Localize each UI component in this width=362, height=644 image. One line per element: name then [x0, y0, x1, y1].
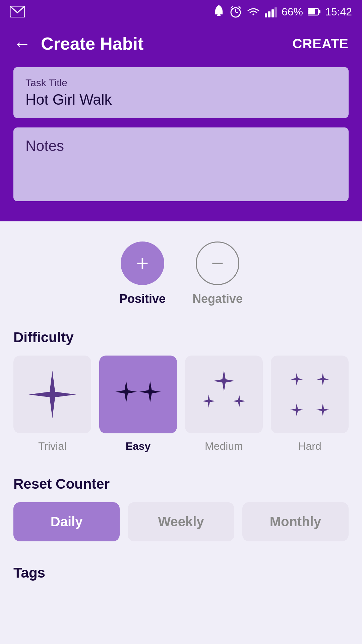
type-selection: + Positive − Negative	[13, 241, 349, 306]
hard-label: Hard	[298, 440, 321, 452]
wifi-icon	[247, 6, 260, 17]
trivial-label: Trivial	[38, 440, 66, 452]
positive-label: Positive	[119, 292, 166, 306]
medium-label: Medium	[205, 440, 243, 452]
difficulty-medium[interactable]: Medium	[185, 356, 263, 452]
reset-monthly[interactable]: Monthly	[242, 502, 349, 541]
trivial-icon	[25, 367, 79, 422]
page-title: Create Habit	[41, 34, 143, 54]
status-icons: 66% 15:42	[213, 5, 352, 18]
positive-icon-circle: +	[121, 241, 164, 285]
difficulty-trivial[interactable]: Trivial	[13, 356, 91, 452]
svg-rect-7	[265, 13, 267, 17]
back-button[interactable]: ←	[13, 34, 31, 54]
header: ← Create Habit CREATE	[0, 23, 362, 67]
content-section: + Positive − Negative Difficulty Trivial	[0, 221, 362, 614]
reset-options: Daily Weekly Monthly	[13, 502, 349, 541]
svg-rect-12	[308, 9, 315, 14]
notification-icon	[213, 5, 225, 18]
difficulty-easy[interactable]: Easy	[99, 356, 177, 452]
svg-line-6	[239, 6, 241, 8]
positive-icon: +	[136, 251, 148, 276]
task-title-label: Task Title	[25, 77, 337, 89]
negative-label: Negative	[192, 292, 243, 306]
svg-rect-8	[268, 11, 270, 17]
svg-rect-10	[275, 7, 277, 17]
battery-percent: 66%	[282, 6, 303, 18]
header-left: ← Create Habit	[13, 34, 143, 54]
status-bar: 66% 15:42	[0, 0, 362, 23]
medium-icon	[197, 367, 251, 422]
svg-rect-13	[319, 10, 320, 13]
alarm-icon	[229, 5, 242, 18]
negative-icon-circle: −	[196, 241, 239, 285]
notes-field[interactable]: Notes	[13, 127, 349, 201]
reset-weekly[interactable]: Weekly	[128, 502, 234, 541]
notes-placeholder: Notes	[25, 138, 64, 154]
easy-label: Easy	[126, 440, 151, 452]
tags-section: Tags	[13, 565, 349, 581]
svg-rect-1	[217, 14, 221, 16]
time: 15:42	[325, 6, 352, 18]
difficulty-hard[interactable]: Hard	[271, 356, 349, 452]
trivial-icon-box	[13, 356, 91, 433]
reset-section: Reset Counter Daily Weekly Monthly	[13, 476, 349, 541]
tags-title: Tags	[13, 565, 349, 581]
create-button[interactable]: CREATE	[293, 36, 349, 51]
battery-icon	[308, 7, 320, 16]
hard-icon	[283, 367, 337, 422]
svg-line-5	[231, 6, 233, 8]
easy-icon-box	[99, 356, 177, 433]
hard-icon-box	[271, 356, 349, 433]
signal-icon	[265, 6, 277, 17]
task-title-field[interactable]: Task Title Hot Girl Walk	[13, 67, 349, 118]
reset-daily[interactable]: Daily	[13, 502, 120, 541]
difficulty-title: Difficulty	[13, 329, 349, 345]
medium-icon-box	[185, 356, 263, 433]
easy-icon	[111, 367, 165, 422]
difficulty-section: Difficulty Trivial Easy	[13, 329, 349, 452]
form-section: Task Title Hot Girl Walk Notes	[0, 67, 362, 221]
type-negative[interactable]: − Negative	[192, 241, 243, 306]
difficulty-options: Trivial Easy	[13, 356, 349, 452]
reset-title: Reset Counter	[13, 476, 349, 492]
task-title-value: Hot Girl Walk	[25, 91, 337, 108]
negative-icon: −	[211, 251, 224, 276]
mail-icon	[10, 6, 25, 19]
svg-rect-9	[272, 9, 274, 17]
type-positive[interactable]: + Positive	[119, 241, 166, 306]
